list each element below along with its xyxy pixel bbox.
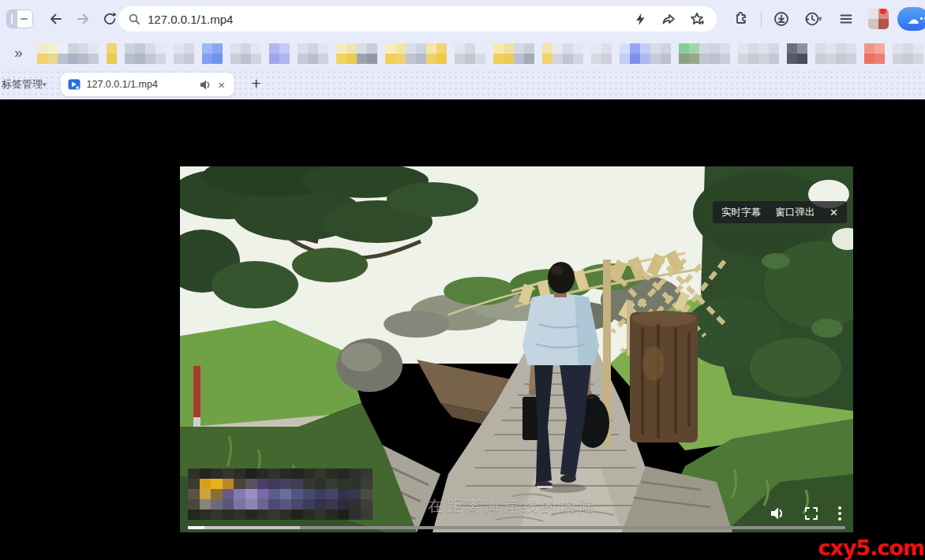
search-icon bbox=[128, 13, 140, 25]
bookmark-item[interactable] bbox=[202, 43, 223, 64]
pinned-extension-icon[interactable] bbox=[868, 9, 889, 29]
hamburger-menu-icon bbox=[839, 12, 853, 26]
stone-pillar bbox=[630, 311, 698, 442]
history-button[interactable]: ▼ bbox=[797, 6, 830, 32]
bookmark-item[interactable] bbox=[815, 43, 856, 64]
reload-icon bbox=[102, 11, 118, 27]
star-plus-icon bbox=[690, 12, 704, 26]
lightning-icon bbox=[634, 13, 647, 26]
download-icon bbox=[773, 11, 789, 27]
bookmark-item[interactable] bbox=[174, 43, 194, 64]
downloads-button[interactable] bbox=[768, 6, 795, 32]
video-file-favicon bbox=[68, 78, 81, 91]
bookmark-item[interactable] bbox=[336, 43, 377, 64]
tab-close-button[interactable]: × bbox=[214, 77, 230, 92]
bookmark-item[interactable] bbox=[455, 43, 485, 64]
video-player[interactable]: 实时字幕 窗口弹出 ✕ 在距离海岸线的内陆 bbox=[180, 166, 853, 532]
tab-manager-label: 标签管理 bbox=[2, 77, 43, 91]
tab-close-icon: × bbox=[218, 79, 225, 91]
video-progress-bar[interactable] bbox=[188, 526, 845, 529]
bookmark-item[interactable] bbox=[738, 43, 779, 64]
bookmark-item[interactable] bbox=[620, 43, 671, 64]
bookmark-items-container bbox=[37, 43, 923, 64]
history-caret-icon: ▼ bbox=[817, 15, 824, 23]
bookmark-item[interactable] bbox=[591, 43, 612, 64]
video-overlay-chip: 实时字幕 窗口弹出 ✕ bbox=[713, 201, 847, 223]
toolbar-separator bbox=[761, 11, 762, 27]
share-button[interactable] bbox=[657, 7, 680, 31]
tab-manager-button[interactable]: 标签管理 ▾ bbox=[0, 77, 51, 91]
page-content: 实时字幕 窗口弹出 ✕ 在距离海岸线的内陆 bbox=[0, 99, 925, 560]
address-bar-actions bbox=[628, 7, 709, 31]
red-post bbox=[193, 366, 200, 436]
back-arrow-icon bbox=[48, 11, 64, 27]
browser-window: 127.0.0.1/1.mp4 bbox=[0, 0, 925, 560]
cloud-icon: ☁ bbox=[908, 13, 919, 25]
url-text: 127.0.0.1/1.mp4 bbox=[148, 13, 628, 26]
video-controls bbox=[770, 506, 842, 521]
extensions-button[interactable] bbox=[728, 6, 755, 32]
bookmark-item[interactable] bbox=[107, 43, 117, 64]
bookmark-item[interactable] bbox=[269, 43, 290, 64]
bookmarks-overflow-chevron[interactable]: » bbox=[8, 44, 29, 64]
bookmark-item[interactable] bbox=[230, 43, 261, 64]
video-subtitle: 在距离海岸线的内陆 bbox=[367, 496, 659, 517]
new-tab-button[interactable]: + bbox=[245, 73, 268, 95]
forward-arrow-icon bbox=[75, 11, 91, 27]
fullscreen-icon bbox=[804, 506, 818, 521]
kebab-menu-icon bbox=[837, 506, 842, 521]
bookmark-item[interactable] bbox=[679, 43, 730, 64]
bookmarks-bar: » bbox=[0, 38, 925, 69]
boulder-highlight bbox=[341, 343, 382, 371]
back-button[interactable] bbox=[43, 6, 69, 32]
share-arrow-icon bbox=[661, 12, 676, 26]
menu-button[interactable] bbox=[833, 6, 859, 32]
address-bar[interactable]: 127.0.0.1/1.mp4 bbox=[118, 6, 717, 32]
bookmark-item[interactable] bbox=[385, 43, 447, 64]
bookmark-item[interactable] bbox=[37, 43, 99, 64]
volume-icon bbox=[770, 506, 785, 521]
overlay-close-button[interactable]: ✕ bbox=[830, 207, 838, 218]
fullscreen-button[interactable] bbox=[804, 506, 818, 521]
sidebar-toggle-left-segment bbox=[7, 10, 17, 28]
volume-button[interactable] bbox=[770, 506, 785, 521]
tab-title: 127.0.0.1/1.mp4 bbox=[87, 79, 198, 90]
avatar-dots-icon bbox=[920, 17, 925, 20]
profile-avatar[interactable]: ☁ bbox=[897, 7, 925, 31]
tab-audio-button[interactable] bbox=[198, 77, 214, 92]
performance-button[interactable] bbox=[628, 7, 652, 31]
site-watermark: cxy5.com bbox=[818, 536, 924, 560]
popout-window-button[interactable]: 窗口弹出 bbox=[776, 206, 815, 219]
more-options-button[interactable] bbox=[837, 506, 842, 521]
bookmark-item[interactable] bbox=[493, 43, 534, 64]
extensions-puzzle-icon bbox=[733, 11, 749, 27]
bookmark-item[interactable] bbox=[864, 43, 885, 64]
progress-played bbox=[188, 526, 204, 529]
bookmark-item[interactable] bbox=[787, 43, 807, 64]
tab-speaker-icon bbox=[200, 79, 212, 91]
bookmark-item[interactable] bbox=[893, 43, 923, 64]
bookmark-item[interactable] bbox=[125, 43, 166, 64]
sidebar-toggle-icon[interactable] bbox=[6, 9, 33, 28]
censored-watermark-mosaic bbox=[188, 469, 373, 520]
bookmark-page-button[interactable] bbox=[685, 7, 709, 31]
tab-strip: 标签管理 ▾ 127.0.0.1/1.mp4 × + bbox=[0, 69, 925, 99]
forward-button[interactable] bbox=[69, 6, 96, 32]
bookmark-item[interactable] bbox=[542, 43, 583, 64]
live-captions-button[interactable]: 实时字幕 bbox=[721, 206, 761, 219]
browser-toolbar: 127.0.0.1/1.mp4 bbox=[0, 0, 925, 38]
tab-manager-caret-icon: ▾ bbox=[43, 80, 47, 88]
hiker-head bbox=[548, 262, 575, 293]
toolbar-right-cluster: ▼ ☁ bbox=[728, 6, 925, 32]
bookmark-item[interactable] bbox=[298, 43, 328, 64]
progress-buffered bbox=[188, 526, 300, 529]
sidebar-toggle-right-segment bbox=[17, 10, 32, 28]
active-tab[interactable]: 127.0.0.1/1.mp4 × bbox=[61, 73, 234, 96]
